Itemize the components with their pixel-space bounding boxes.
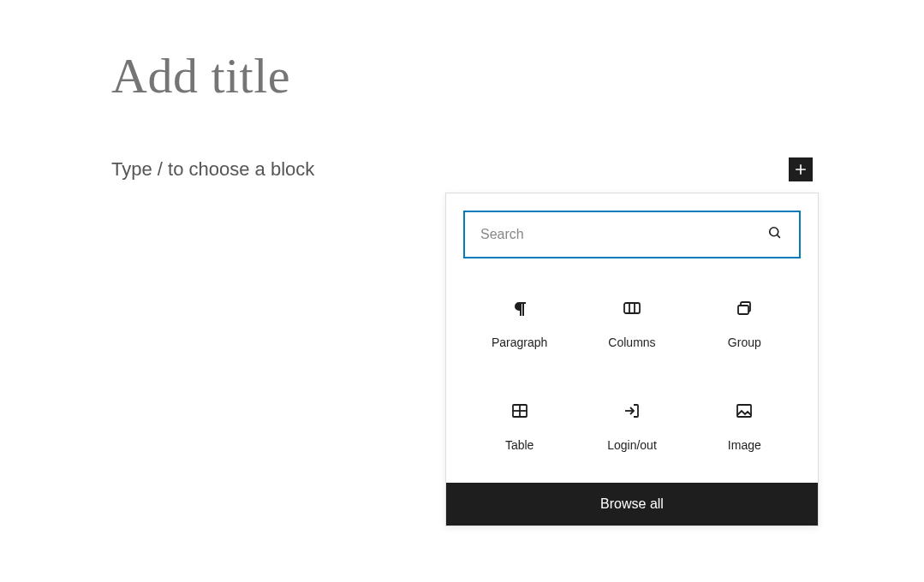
content-placeholder[interactable]: Type / to choose a block <box>111 158 314 181</box>
blocks-grid: Paragraph Columns Group <box>446 276 818 483</box>
svg-rect-2 <box>624 303 640 313</box>
block-label: Group <box>728 336 761 349</box>
svg-point-0 <box>770 228 778 236</box>
post-title-input[interactable] <box>111 47 813 104</box>
search-icon <box>766 224 784 245</box>
svg-rect-5 <box>738 306 748 314</box>
block-inserter-panel: Paragraph Columns Group <box>445 193 819 526</box>
block-label: Login/out <box>607 438 657 452</box>
block-label: Paragraph <box>492 336 547 349</box>
block-label: Image <box>728 438 761 452</box>
table-icon <box>510 401 530 421</box>
svg-line-1 <box>778 235 780 238</box>
block-label: Table <box>505 438 534 452</box>
block-item-paragraph[interactable]: Paragraph <box>463 284 575 363</box>
block-label: Columns <box>608 336 655 349</box>
plus-icon <box>792 161 809 178</box>
block-search-input[interactable] <box>480 227 766 242</box>
block-item-image[interactable]: Image <box>689 387 801 466</box>
block-item-columns[interactable]: Columns <box>575 284 688 363</box>
image-icon <box>734 401 754 421</box>
block-item-login-out[interactable]: Login/out <box>575 387 688 466</box>
block-item-group[interactable]: Group <box>689 284 801 363</box>
login-icon <box>622 401 642 421</box>
block-item-table[interactable]: Table <box>463 387 575 466</box>
search-box <box>463 211 801 258</box>
group-icon <box>734 298 754 318</box>
add-block-button[interactable] <box>789 157 813 181</box>
svg-rect-10 <box>737 405 751 417</box>
browse-all-button[interactable]: Browse all <box>446 483 818 526</box>
columns-icon <box>622 298 642 318</box>
paragraph-icon <box>510 298 530 318</box>
